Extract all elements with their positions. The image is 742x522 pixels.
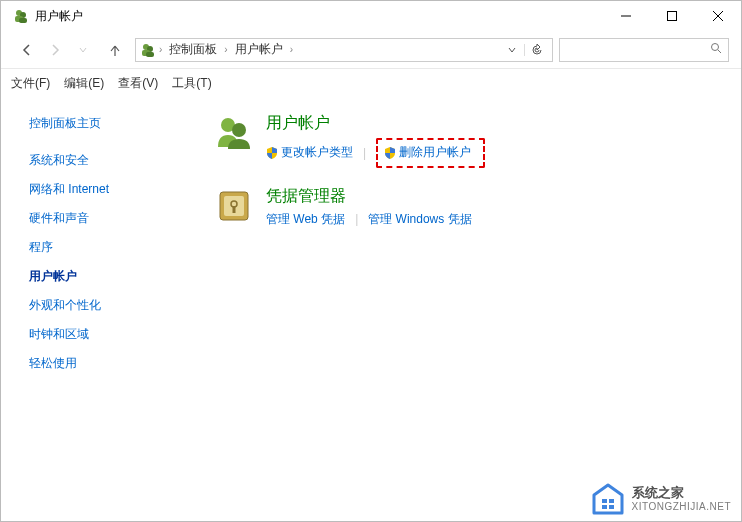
link-separator: | bbox=[363, 146, 366, 160]
watermark-url: XITONGZHIJIA.NET bbox=[632, 501, 732, 512]
category-user-accounts: 用户帐户 更改帐户类型 | 删除用户帐户 bbox=[214, 113, 721, 168]
sidebar-item-clock-region[interactable]: 时钟和区域 bbox=[29, 326, 186, 343]
navbar: › 控制面板 › 用户帐户 › bbox=[1, 31, 741, 69]
breadcrumb-user-accounts[interactable]: 用户帐户 bbox=[231, 41, 287, 58]
refresh-button[interactable] bbox=[524, 44, 548, 56]
category-credential-manager: 凭据管理器 管理 Web 凭据 | 管理 Windows 凭据 bbox=[214, 186, 721, 228]
sidebar-item-user-accounts[interactable]: 用户帐户 bbox=[29, 268, 186, 285]
maximize-button[interactable] bbox=[649, 1, 695, 31]
sidebar-item-system-security[interactable]: 系统和安全 bbox=[29, 152, 186, 169]
breadcrumb-sep: › bbox=[221, 44, 230, 55]
main-panel: 用户帐户 更改帐户类型 | 删除用户帐户 bbox=[186, 97, 741, 521]
search-input[interactable] bbox=[559, 38, 729, 62]
sidebar-item-cp-home[interactable]: 控制面板主页 bbox=[29, 115, 186, 132]
menu-edit[interactable]: 编辑(E) bbox=[64, 75, 104, 92]
link-change-account-type[interactable]: 更改帐户类型 bbox=[266, 144, 353, 161]
sidebar-item-programs[interactable]: 程序 bbox=[29, 239, 186, 256]
menu-tools[interactable]: 工具(T) bbox=[172, 75, 211, 92]
user-accounts-icon bbox=[13, 8, 29, 24]
window-title: 用户帐户 bbox=[35, 8, 603, 25]
svg-rect-21 bbox=[609, 499, 614, 503]
breadcrumb-sep: › bbox=[287, 44, 296, 55]
search-icon bbox=[710, 42, 722, 57]
user-accounts-large-icon bbox=[214, 113, 254, 153]
menu-file[interactable]: 文件(F) bbox=[11, 75, 50, 92]
svg-point-12 bbox=[712, 44, 719, 51]
back-button[interactable] bbox=[13, 38, 41, 62]
svg-rect-22 bbox=[602, 505, 607, 509]
sidebar-item-appearance[interactable]: 外观和个性化 bbox=[29, 297, 186, 314]
up-button[interactable] bbox=[101, 38, 129, 62]
sidebar-item-network[interactable]: 网络和 Internet bbox=[29, 181, 186, 198]
user-accounts-icon bbox=[140, 42, 156, 58]
breadcrumb-sep: › bbox=[156, 44, 165, 55]
link-delete-user-account[interactable]: 删除用户帐户 bbox=[384, 144, 471, 161]
link-label: 删除用户帐户 bbox=[399, 144, 471, 161]
svg-rect-11 bbox=[146, 52, 154, 57]
breadcrumb-control-panel[interactable]: 控制面板 bbox=[165, 41, 221, 58]
minimize-button[interactable] bbox=[603, 1, 649, 31]
window-controls bbox=[603, 1, 741, 31]
category-title-credentials[interactable]: 凭据管理器 bbox=[266, 186, 472, 207]
sidebar-item-hardware-sound[interactable]: 硬件和声音 bbox=[29, 210, 186, 227]
link-label: 管理 Web 凭据 bbox=[266, 211, 345, 228]
watermark-name: 系统之家 bbox=[632, 486, 732, 500]
link-manage-web-credentials[interactable]: 管理 Web 凭据 bbox=[266, 211, 345, 228]
watermark-logo-icon bbox=[590, 483, 626, 515]
highlight-delete-user: 删除用户帐户 bbox=[376, 138, 485, 168]
shield-icon bbox=[384, 147, 396, 159]
titlebar: 用户帐户 bbox=[1, 1, 741, 31]
category-title-user-accounts[interactable]: 用户帐户 bbox=[266, 113, 485, 134]
svg-rect-3 bbox=[19, 18, 27, 23]
credential-manager-icon bbox=[214, 186, 254, 226]
svg-point-15 bbox=[232, 123, 246, 137]
forward-button[interactable] bbox=[41, 38, 69, 62]
close-button[interactable] bbox=[695, 1, 741, 31]
content: 控制面板主页 系统和安全 网络和 Internet 硬件和声音 程序 用户帐户 … bbox=[1, 97, 741, 521]
recent-dropdown[interactable] bbox=[69, 38, 97, 62]
sidebar-item-ease-of-access[interactable]: 轻松使用 bbox=[29, 355, 186, 372]
watermark: 系统之家 XITONGZHIJIA.NET bbox=[590, 483, 732, 515]
menu-view[interactable]: 查看(V) bbox=[118, 75, 158, 92]
address-bar[interactable]: › 控制面板 › 用户帐户 › bbox=[135, 38, 553, 62]
svg-rect-5 bbox=[668, 12, 677, 21]
menubar: 文件(F) 编辑(E) 查看(V) 工具(T) bbox=[1, 69, 741, 97]
svg-rect-23 bbox=[609, 505, 614, 509]
link-separator: | bbox=[355, 212, 358, 226]
shield-icon bbox=[266, 147, 278, 159]
address-dropdown[interactable] bbox=[500, 45, 524, 55]
svg-line-13 bbox=[718, 50, 721, 53]
svg-rect-19 bbox=[233, 206, 236, 213]
sidebar: 控制面板主页 系统和安全 网络和 Internet 硬件和声音 程序 用户帐户 … bbox=[1, 97, 186, 521]
link-manage-windows-credentials[interactable]: 管理 Windows 凭据 bbox=[368, 211, 471, 228]
svg-rect-20 bbox=[602, 499, 607, 503]
link-label: 更改帐户类型 bbox=[281, 144, 353, 161]
link-label: 管理 Windows 凭据 bbox=[368, 211, 471, 228]
